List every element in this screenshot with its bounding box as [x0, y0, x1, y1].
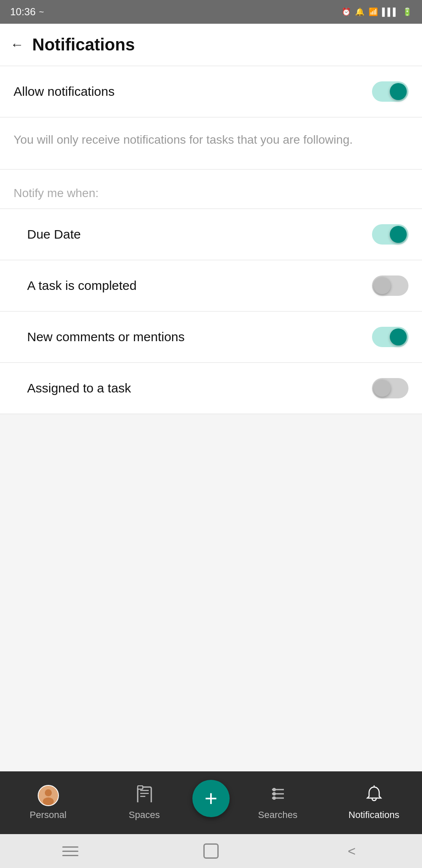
back-button[interactable]: ←: [10, 37, 24, 53]
nav-item-notifications[interactable]: Notifications: [326, 785, 422, 821]
assigned-task-toggle[interactable]: [372, 378, 408, 398]
sys-home-button[interactable]: [198, 843, 224, 860]
notify-when-label: Notify me when:: [14, 186, 99, 200]
signal-icon: ~: [39, 7, 44, 17]
status-time: 10:36 ~: [10, 6, 44, 18]
content-spacer: [0, 414, 422, 771]
task-completed-toggle[interactable]: [372, 275, 408, 296]
home-icon: [203, 843, 219, 859]
nav-searches-label: Searches: [258, 810, 297, 821]
spaces-icon: [136, 785, 153, 806]
nav-spaces-label: Spaces: [129, 810, 160, 821]
svg-point-13: [272, 796, 276, 800]
assigned-task-label: Assigned to a task: [27, 381, 131, 395]
status-bar: 10:36 ~ ⏰ 🔔 📶 ▌▌▌ 🔋: [0, 0, 422, 24]
task-completed-row: A task is completed: [0, 260, 422, 312]
toggle-knob: [390, 83, 407, 100]
svg-point-1: [44, 789, 52, 796]
wifi-icon: 📶: [369, 7, 378, 17]
comments-mentions-label: New comments or mentions: [27, 330, 185, 344]
status-icons: ⏰ 🔔 📶 ▌▌▌ 🔋: [341, 7, 412, 17]
svg-point-12: [272, 792, 276, 796]
comments-mentions-toggle[interactable]: [372, 327, 408, 347]
allow-notifications-toggle[interactable]: [372, 81, 408, 102]
notifications-icon: [366, 785, 383, 806]
nav-notifications-label: Notifications: [349, 810, 400, 821]
svg-point-11: [272, 788, 276, 791]
task-completed-label: A task is completed: [27, 278, 136, 293]
recents-icon: [62, 846, 78, 856]
nav-item-searches[interactable]: Searches: [230, 785, 326, 821]
sys-recents-button[interactable]: [58, 843, 83, 860]
avatar: [38, 785, 59, 806]
signal-bars-icon: ▌▌▌: [382, 8, 398, 17]
toggle-knob-assigned: [374, 380, 391, 397]
avatar-image: [39, 785, 58, 806]
due-date-toggle[interactable]: [372, 224, 408, 245]
bottom-nav: Personal Spaces + Se: [0, 771, 422, 834]
notification-status-icon: 🔔: [355, 7, 364, 17]
add-icon: +: [205, 787, 217, 810]
alarm-icon: ⏰: [341, 7, 351, 17]
toggle-knob-due: [390, 226, 407, 243]
info-text: You will only receive notifications for …: [14, 131, 408, 149]
back-chevron-icon: <: [348, 843, 356, 859]
assigned-task-row: Assigned to a task: [0, 363, 422, 414]
nav-item-personal[interactable]: Personal: [0, 785, 96, 821]
searches-icon: [269, 785, 286, 806]
allow-notifications-label: Allow notifications: [14, 84, 114, 99]
header: ← Notifications: [0, 24, 422, 66]
sys-back-button[interactable]: <: [339, 843, 364, 860]
svg-point-2: [43, 798, 54, 805]
info-text-block: You will only receive notifications for …: [0, 117, 422, 170]
due-date-row: Due Date: [0, 209, 422, 260]
notify-when-header: Notify me when:: [0, 170, 422, 209]
toggle-knob-comments: [390, 328, 407, 345]
nav-personal-label: Personal: [30, 810, 67, 821]
system-nav-bar: <: [0, 834, 422, 868]
nav-item-spaces[interactable]: Spaces: [96, 785, 192, 821]
battery-icon: 🔋: [403, 7, 412, 17]
settings-content: Allow notifications You will only receiv…: [0, 66, 422, 771]
svg-rect-7: [138, 786, 143, 789]
toggle-knob-completed: [374, 277, 391, 294]
comments-mentions-row: New comments or mentions: [0, 312, 422, 363]
page-title: Notifications: [32, 35, 135, 54]
nav-fab-add[interactable]: +: [192, 780, 230, 817]
allow-notifications-row: Allow notifications: [0, 66, 422, 117]
due-date-label: Due Date: [27, 227, 81, 242]
